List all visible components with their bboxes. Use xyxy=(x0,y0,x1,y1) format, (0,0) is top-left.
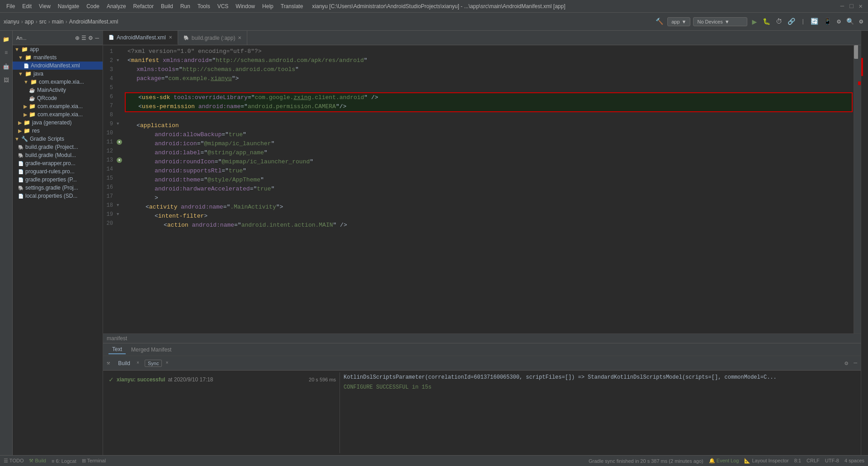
fold-marker-2[interactable]: ▼ xyxy=(117,56,124,65)
close-button[interactable]: ✕ xyxy=(857,2,864,10)
menu-vcs[interactable]: VCS xyxy=(215,2,231,10)
build-project-name: xianyu: successful xyxy=(117,376,165,383)
menu-build[interactable]: Build xyxy=(158,2,176,10)
sync-close[interactable]: × xyxy=(165,361,168,366)
pkg3-expand-icon: ▶ xyxy=(24,112,27,118)
code-line-12: android:label="@string/app_name" xyxy=(124,148,854,157)
resource-manager-icon[interactable]: 🖼 xyxy=(1,75,11,85)
sdk-manager-button[interactable]: ⚙ xyxy=(835,18,842,25)
tree-build-gradle-project[interactable]: 🐘 build.gradle (Project... xyxy=(13,143,103,151)
java-file-icon: ☕ xyxy=(29,87,35,93)
tree-manifests-label: manifests xyxy=(33,54,57,61)
breadcrumb-xianyu[interactable]: xianyu xyxy=(4,19,19,25)
fold-markers: ▼ ▼ ● xyxy=(117,47,124,228)
tree-package2[interactable]: ▶ 📁 com.example.xia... xyxy=(13,102,103,110)
tab-merged-manifest[interactable]: Merged Manifest xyxy=(127,346,175,354)
tree-qrcode[interactable]: ☕ QRcode xyxy=(13,94,103,102)
menu-file[interactable]: File xyxy=(4,2,18,10)
device-selector[interactable]: No Devices ▼ xyxy=(693,17,747,26)
debug-button[interactable]: 🐛 xyxy=(761,18,772,25)
fold-marker-19[interactable]: ▼ xyxy=(117,210,124,219)
search-everywhere-button[interactable]: 🔍 xyxy=(845,18,855,25)
maximize-button[interactable]: □ xyxy=(848,3,855,10)
project-minimize-icon[interactable]: ─ xyxy=(95,35,99,41)
tree-java-label: java xyxy=(33,71,43,77)
java-folder-icon: 📁 xyxy=(25,71,32,77)
panel-tab-build[interactable]: Build xyxy=(115,359,133,367)
tree-java-generated[interactable]: ▶ 📁 java (generated) xyxy=(13,119,103,127)
status-logcat[interactable]: ≡ 6: Logcat xyxy=(52,458,76,464)
project-settings-icon[interactable]: ⚙ xyxy=(88,35,93,41)
hammer-icon[interactable]: 🔨 xyxy=(654,18,665,25)
breadcrumb-manifest[interactable]: AndroidManifest.xml xyxy=(69,19,118,25)
settings-button[interactable]: ⚙ xyxy=(858,18,864,25)
tab-androidmanifest-close[interactable]: ✕ xyxy=(169,35,172,40)
code-lines[interactable]: <?xml version="1.0" encoding="utf-8"?> <… xyxy=(124,45,854,333)
avd-manager-button[interactable]: 📱 xyxy=(822,18,833,25)
tree-androidmanifest[interactable]: 📄 AndroidManifest.xml xyxy=(13,62,103,70)
structure-icon[interactable]: ≡ xyxy=(1,48,11,58)
tree-app[interactable]: ▼ 📁 app xyxy=(13,45,103,53)
sync-button[interactable]: Sync xyxy=(145,360,162,367)
build-panel-icon: ⚒ xyxy=(107,360,110,366)
menu-translate[interactable]: Translate xyxy=(278,2,306,10)
breadcrumb-src[interactable]: src xyxy=(39,19,47,25)
tab-androidmanifest-label: AndroidManifest.xml xyxy=(117,34,166,41)
build-minimize-icon[interactable]: ─ xyxy=(854,360,857,366)
pkg2-expand-icon: ▶ xyxy=(24,104,27,109)
breadcrumb-app[interactable]: app xyxy=(25,19,34,25)
build-panel-close[interactable]: × xyxy=(137,361,139,366)
tab-build-gradle-close[interactable]: ✕ xyxy=(238,35,241,40)
menu-navigate[interactable]: Navigate xyxy=(55,2,82,10)
build-settings-icon[interactable]: ⚙ xyxy=(844,360,848,367)
menu-code[interactable]: Code xyxy=(84,2,102,10)
sync-project-button[interactable]: 🔄 xyxy=(809,18,820,25)
menu-analyze[interactable]: Analyze xyxy=(104,2,129,10)
tab-text[interactable]: Text xyxy=(108,345,126,354)
tab-androidmanifest[interactable]: 📄 AndroidManifest.xml ✕ xyxy=(103,31,178,45)
code-editor[interactable]: 1 2 3 4 5 6 7 8 9 10 11 12 13 xyxy=(103,45,861,343)
menu-window[interactable]: Window xyxy=(233,2,258,10)
breadcrumb-main[interactable]: main xyxy=(52,19,64,25)
attach-debugger-button[interactable]: 🔗 xyxy=(786,18,797,25)
tree-proguard-rules[interactable]: 📄 proguard-rules.pro... xyxy=(13,167,103,176)
pkg3-folder-icon: 📁 xyxy=(29,111,36,118)
menu-refactor[interactable]: Refactor xyxy=(131,2,156,10)
tab-build-gradle[interactable]: 🐘 build.gradle (:app) ✕ xyxy=(178,31,248,45)
right-sidebar xyxy=(861,31,868,455)
module-selector[interactable]: app ▼ xyxy=(667,17,690,26)
project-new-icon[interactable]: ⊕ xyxy=(75,35,80,41)
tree-gradle-scripts[interactable]: ▼ 🔧 Gradle Scripts xyxy=(13,135,103,143)
status-terminal[interactable]: ⊞ Terminal xyxy=(82,458,106,464)
menu-edit[interactable]: Edit xyxy=(19,2,34,10)
status-build[interactable]: ⚒ Build xyxy=(29,458,46,464)
tree-manifests[interactable]: ▼ 📁 manifests xyxy=(13,53,103,62)
profile-button[interactable]: ⏱ xyxy=(774,18,783,25)
menu-run[interactable]: Run xyxy=(178,2,193,10)
tree-mainactivity[interactable]: ☕ MainActivity xyxy=(13,86,103,94)
tree-package1[interactable]: ▼ 📁 com.example.xia... xyxy=(13,78,103,86)
status-layout-inspector[interactable]: 📐 Layout Inspector xyxy=(744,458,788,464)
menu-tools[interactable]: Tools xyxy=(195,2,213,10)
tree-build-gradle-module[interactable]: 🐘 build.gradle (Modul... xyxy=(13,151,103,159)
status-event-log[interactable]: 🔔 Event Log xyxy=(709,458,739,464)
tree-gradle-properties[interactable]: 📄 gradle.properties (P... xyxy=(13,176,103,184)
minimize-button[interactable]: ─ xyxy=(839,3,846,10)
tree-gradle-wrapper[interactable]: 📄 gradle-wrapper.pro... xyxy=(13,159,103,167)
tree-package3[interactable]: ▶ 📁 com.example.xia... xyxy=(13,110,103,119)
tab-build-gradle-label: build.gradle (:app) xyxy=(192,35,236,41)
tree-local-properties[interactable]: 📄 local.properties (SD... xyxy=(13,192,103,200)
code-line-13: android:roundIcon="@mipmap/ic_launcher_r… xyxy=(124,157,854,166)
menu-view[interactable]: View xyxy=(36,2,53,10)
status-todo[interactable]: ☰ TODO xyxy=(4,458,24,464)
android-icon[interactable]: 🤖 xyxy=(1,62,11,71)
fold-marker-18[interactable]: ▼ xyxy=(117,201,124,210)
tree-settings-gradle[interactable]: 🐘 settings.gradle (Proj... xyxy=(13,184,103,192)
tree-res[interactable]: ▶ 📁 res xyxy=(13,127,103,135)
tree-java[interactable]: ▼ 📁 java xyxy=(13,70,103,78)
menu-help[interactable]: Help xyxy=(259,2,276,10)
run-button[interactable]: ▶ xyxy=(750,17,759,27)
project-icon[interactable]: 📁 xyxy=(1,34,11,44)
project-toggle-icon[interactable]: ☰ xyxy=(81,35,86,41)
fold-marker-9[interactable]: ▼ xyxy=(117,119,124,128)
